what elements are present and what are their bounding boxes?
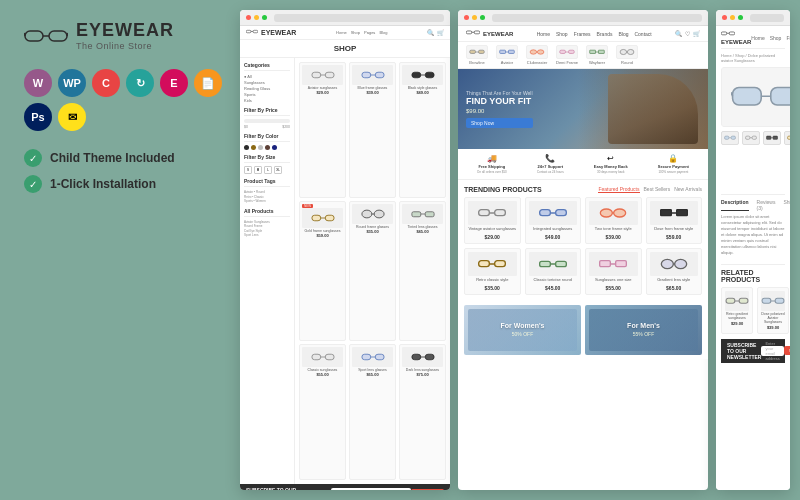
price-filter-bar[interactable] <box>244 119 290 123</box>
size-s[interactable]: S <box>244 166 252 174</box>
svg-rect-51 <box>598 50 604 53</box>
sidebar-cat-kids[interactable]: Kids <box>244 98 290 103</box>
size-l[interactable]: L <box>264 166 272 174</box>
trend-price-6: $45.00 <box>545 285 560 291</box>
main-nav-frames[interactable]: Frames <box>574 31 591 37</box>
shop-nav-shop[interactable]: Shop <box>351 30 360 35</box>
sp-price-1: $29.00 <box>316 90 328 95</box>
women-banner[interactable]: For Women's 50% OFF <box>464 305 581 355</box>
shop-product-5[interactable]: Round frame glasses $35.00 <box>349 201 396 341</box>
cart-icon[interactable]: 🛒 <box>437 29 444 36</box>
support-icon: 📞 <box>545 154 555 163</box>
main-cart-icon[interactable]: 🛒 <box>693 30 700 37</box>
tab-shipping[interactable]: Shipping <box>783 199 790 211</box>
color-brown[interactable] <box>265 145 270 150</box>
related-product-2[interactable]: Dose polarized Aviator Sunglasses $39.00 <box>757 287 789 334</box>
feat-shipping-label: Free Shipping <box>479 164 506 169</box>
svg-rect-88 <box>725 136 729 139</box>
related-product-1[interactable]: Retro gradient sunglasses $29.00 <box>721 287 753 334</box>
thumb-1[interactable] <box>721 131 739 145</box>
trend-product-7[interactable]: Sunglasses one size $55.00 <box>585 248 642 295</box>
feature-one-click: ✓ 1-Click Installation <box>24 175 224 193</box>
hero-shop-btn[interactable]: Shop Now <box>466 118 533 128</box>
shop-header-icons: 🔍 🛒 <box>427 29 444 36</box>
cat-clubmaster[interactable]: Clubmaster <box>526 45 548 65</box>
nl-btn-prod[interactable]: SUBSCRIBE <box>784 346 790 355</box>
thumb-2[interactable] <box>742 131 760 145</box>
shop-product-4[interactable]: NEW Gold frame sunglasses $59.00 <box>299 201 346 341</box>
size-xl[interactable]: XL <box>274 166 282 174</box>
search-icon[interactable]: 🔍 <box>427 29 434 36</box>
shop-product-1[interactable]: Aviator sunglasses $29.00 <box>299 62 346 198</box>
main-nav-shop[interactable]: Shop <box>556 31 568 37</box>
prod-nav-shop[interactable]: Shop <box>770 35 782 41</box>
shop-product-7[interactable]: Classic sunglasses $55.00 <box>299 344 346 480</box>
sidebar-cat-sun[interactable]: Sunglasses <box>244 80 290 85</box>
sidebar-size-title: Filter By Size <box>244 154 290 163</box>
nl-input-shop[interactable]: Enter your email address <box>331 488 410 490</box>
sp-price-8: $65.00 <box>366 372 378 377</box>
men-banner[interactable]: For Men's 55% OFF <box>585 305 702 355</box>
size-options: S M L XL <box>244 166 290 174</box>
svg-rect-104 <box>775 298 784 303</box>
shop-nav-blog[interactable]: Blog <box>379 30 387 35</box>
shop-nav-home[interactable]: Home <box>336 30 347 35</box>
cat-wayfarer[interactable]: Wayfarer <box>586 45 608 65</box>
feat-return-label: Easy Money Back <box>594 164 628 169</box>
check-icon-2: ✓ <box>24 175 42 193</box>
shop-product-8[interactable]: Sport lens glasses $65.00 <box>349 344 396 480</box>
svg-rect-26 <box>311 354 320 360</box>
trend-product-4[interactable]: Dose from frame style $59.00 <box>646 197 703 244</box>
trend-product-3[interactable]: Two tone frame style $39.00 <box>585 197 642 244</box>
main-nav-contact[interactable]: Contact <box>634 31 651 37</box>
tab-bestsellers[interactable]: Best Sellers <box>644 186 671 193</box>
main-nav-blog[interactable]: Blog <box>618 31 628 37</box>
sidebar-cat-all[interactable]: ● All <box>244 74 290 79</box>
prod-nav-frames[interactable]: Frames <box>786 35 790 41</box>
shop-product-6[interactable]: Tinted lens glasses $45.00 <box>399 201 446 341</box>
breadcrumb: Home / Shop / Dolce polarized aviator Su… <box>721 53 785 63</box>
sp-price-4: $59.00 <box>316 233 328 238</box>
tab-reviews[interactable]: Reviews (3) <box>757 199 776 211</box>
nl-input-prod[interactable]: Enter your email address <box>761 346 783 356</box>
thumb-4[interactable] <box>784 131 790 145</box>
sidebar-cat-reading[interactable]: Reading Glass <box>244 86 290 91</box>
trend-product-1[interactable]: Vintage aviator sunglasses $29.00 <box>464 197 521 244</box>
main-wishlist-icon[interactable]: ♡ <box>685 30 690 37</box>
shop-nav-pages[interactable]: Pages <box>364 30 375 35</box>
shop-product-2[interactable]: Blue frame glasses $39.00 <box>349 62 396 198</box>
thumb-3[interactable] <box>763 131 781 145</box>
main-site-logo: EYEWEAR <box>466 30 513 37</box>
color-blue[interactable] <box>272 145 277 150</box>
shop-product-3[interactable]: Black style glasses $49.00 <box>399 62 446 198</box>
cat-frame[interactable]: Demi Frame <box>556 45 578 65</box>
nl-text-prod: SUBSCRIBE TO OUR NEWSLETTER <box>727 342 761 360</box>
shop-product-9[interactable]: Dark lens sunglasses $75.00 <box>399 344 446 480</box>
sidebar-cat-sports[interactable]: Sports <box>244 92 290 97</box>
trend-name-7: Sunglasses one size <box>595 278 632 283</box>
tab-description[interactable]: Description <box>721 199 749 211</box>
related-name-2: Dose polarized Aviator Sunglasses <box>761 312 785 324</box>
cat-aviator[interactable]: Aviator <box>496 45 518 65</box>
trend-product-2[interactable]: Integrated sunglasses $49.00 <box>525 197 582 244</box>
color-silver[interactable] <box>258 145 263 150</box>
logo-area: EYEWEAR The Online Store <box>24 20 224 51</box>
nl-btn-shop[interactable]: SUBSCRIBE <box>411 489 444 491</box>
trend-price-2: $49.00 <box>545 234 560 240</box>
trend-product-8[interactable]: Gradient lens style $65.00 <box>646 248 703 295</box>
tab-featured[interactable]: Featured Products <box>598 186 639 193</box>
svg-rect-39 <box>478 50 484 53</box>
main-nav-home[interactable]: Home <box>537 31 550 37</box>
cat-round[interactable]: Round <box>616 45 638 65</box>
related-products-grid: Retro gradient sunglasses $29.00 Dose po… <box>721 287 785 334</box>
trend-product-6[interactable]: Classic tortoise round $45.00 <box>525 248 582 295</box>
main-search-icon[interactable]: 🔍 <box>675 30 682 37</box>
prod-nav-home[interactable]: Home <box>751 35 764 41</box>
trend-product-5[interactable]: Retro classic style $35.00 <box>464 248 521 295</box>
color-gold[interactable] <box>251 145 256 150</box>
cat-browline[interactable]: Browline <box>466 45 488 65</box>
color-black[interactable] <box>244 145 249 150</box>
size-m[interactable]: M <box>254 166 262 174</box>
main-nav-brands[interactable]: Brands <box>597 31 613 37</box>
tab-newarrivals[interactable]: New Arrivals <box>674 186 702 193</box>
